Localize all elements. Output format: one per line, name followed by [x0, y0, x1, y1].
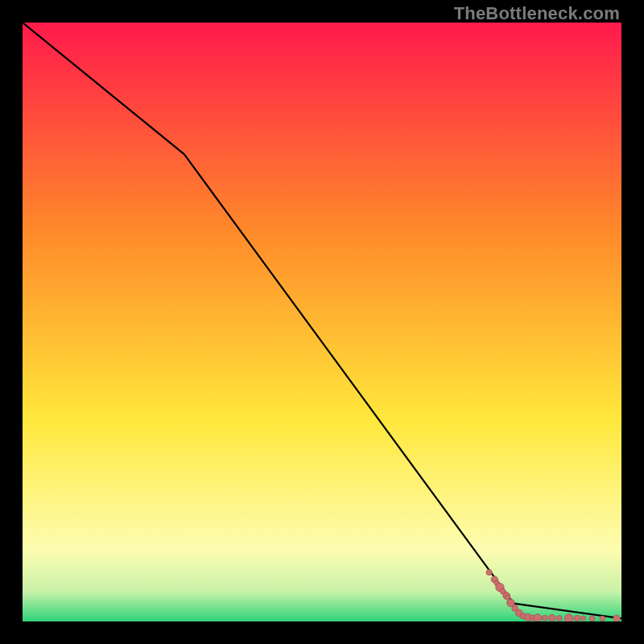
plot-area	[23, 23, 621, 621]
data-point	[542, 615, 547, 621]
watermark-text: TheBottleneck.com	[454, 3, 620, 24]
data-point	[564, 614, 572, 621]
data-point	[486, 569, 492, 575]
data-point	[580, 616, 585, 621]
data-point	[613, 615, 620, 621]
data-point	[556, 616, 562, 621]
plot-svg	[23, 23, 621, 621]
chart-stage: TheBottleneck.com	[0, 0, 644, 644]
data-point	[534, 614, 542, 621]
data-point	[549, 614, 555, 621]
data-point	[589, 616, 595, 621]
gradient-background	[23, 23, 621, 621]
data-point	[574, 615, 580, 621]
data-point	[600, 616, 605, 621]
